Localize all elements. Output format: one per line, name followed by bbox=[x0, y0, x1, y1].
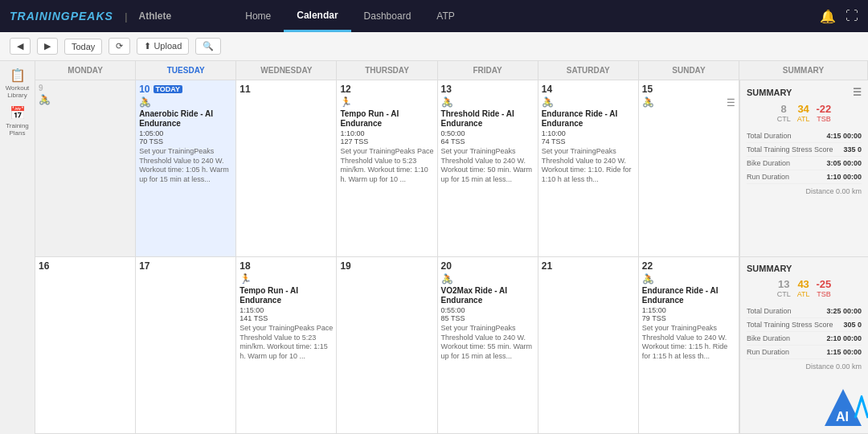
fitness-metric: 8 CTL bbox=[777, 103, 791, 123]
day-number: 13 bbox=[441, 84, 534, 95]
day-cell-10[interactable]: 10 TODAY 🚴 Anaerobic Ride - AI Endurance… bbox=[136, 80, 236, 256]
day-number: 16 bbox=[39, 260, 132, 272]
day-number: 15 bbox=[642, 84, 735, 95]
ai-badge: AI bbox=[823, 387, 863, 429]
day-number: 17 bbox=[139, 260, 232, 272]
workout-duration: 1:15:00 bbox=[240, 306, 333, 314]
athlete-label: Athlete bbox=[139, 10, 172, 22]
day-cell-9[interactable]: 9 🚴 bbox=[35, 80, 136, 256]
workout-duration: 1:15:00 bbox=[642, 306, 735, 314]
workout-icon: 🚴 bbox=[642, 273, 735, 285]
workout-icon: 🚴 bbox=[642, 96, 654, 108]
day-cell-21[interactable]: 21 bbox=[538, 257, 639, 433]
toolbar: ◀ ▶ Today ⟳ ⬆ Upload 🔍 bbox=[0, 32, 868, 61]
summary-row-run-duration: Run Duration 1:10 00:00 bbox=[747, 170, 862, 184]
summary-distance: Distance 0.00 km bbox=[747, 187, 862, 195]
header-tuesday: TUESDAY bbox=[136, 61, 236, 80]
workout-title: VO2Max Ride - AI Endurance bbox=[441, 286, 534, 305]
header-thursday: THURSDAY bbox=[337, 61, 437, 80]
nav-dashboard[interactable]: Dashboard bbox=[351, 0, 424, 32]
workout-icon: 🚴 bbox=[441, 273, 534, 285]
workout-title: Endurance Ride - AI Endurance bbox=[542, 109, 635, 129]
day-cell-13[interactable]: 13 🚴 Threshold Ride - AI Endurance 0:50:… bbox=[438, 80, 538, 256]
prev-button[interactable]: ◀ bbox=[10, 38, 31, 55]
fatigue-metric-2: 43 ATL bbox=[797, 278, 810, 298]
workout-tss: 64 TSS bbox=[441, 137, 534, 145]
workout-duration: 1:05:00 bbox=[139, 129, 232, 137]
training-plans-icon: 📅 bbox=[10, 105, 26, 121]
day-number: 12 bbox=[340, 84, 433, 95]
workout-icon: 🚴 bbox=[39, 94, 132, 105]
day-cell-19[interactable]: 19 bbox=[337, 257, 437, 433]
sidebar-training-plans[interactable]: 📅 Training Plans bbox=[0, 105, 35, 137]
day-cell-18[interactable]: 18 🏃 Tempo Run - AI Endurance 1:15:00 14… bbox=[236, 257, 337, 433]
svg-text:AI: AI bbox=[836, 410, 849, 424]
summary-menu-icon[interactable]: ☰ bbox=[853, 87, 862, 98]
refresh-button[interactable]: ⟳ bbox=[108, 38, 130, 55]
summary-metrics: 8 CTL 34 ATL -22 TSB bbox=[747, 103, 862, 123]
nav-right: 🔔 ⛶ bbox=[820, 9, 858, 24]
day-number: 14 bbox=[542, 84, 635, 95]
workout-tss: 85 TSS bbox=[441, 314, 534, 322]
summary-distance-2: Distance 0.00 km bbox=[747, 362, 862, 371]
workout-duration: 0:55:00 bbox=[441, 306, 534, 314]
day-cell-14[interactable]: 14 🚴 Endurance Ride - AI Endurance 1:10:… bbox=[538, 80, 639, 256]
workout-duration: 0:50:00 bbox=[441, 129, 534, 137]
workout-title: Threshold Ride - AI Endurance bbox=[441, 109, 534, 129]
workout-tss: 70 TSS bbox=[139, 137, 232, 145]
day-number: 9 bbox=[39, 84, 132, 92]
workout-desc: Set your TrainingPeaks Pace Threshold Va… bbox=[340, 147, 433, 185]
day-headers: MONDAY TUESDAY WEDNESDAY THURSDAY FRIDAY… bbox=[35, 61, 868, 80]
workout-icon: 🚴 bbox=[139, 96, 232, 108]
day-cell-20[interactable]: 20 🚴 VO2Max Ride - AI Endurance 0:55:00 … bbox=[438, 257, 538, 433]
upload-button[interactable]: ⬆ Upload bbox=[137, 38, 189, 55]
nav-links: Home Calendar Dashboard ATP bbox=[232, 0, 468, 32]
day-number: 11 bbox=[240, 84, 333, 95]
summary-panel-week2: SUMMARY 13 CTL 43 ATL -25 TSB bbox=[739, 257, 868, 433]
day-cell-22[interactable]: 22 🚴 Endurance Ride - AI Endurance 1:15:… bbox=[639, 257, 739, 433]
header-sunday: SUNDAY bbox=[639, 61, 739, 80]
day-cell-12[interactable]: 12 🏃 Tempo Run - AI Endurance 1:10:00 12… bbox=[337, 80, 437, 256]
logo[interactable]: TRAININGPEAKS | Athlete bbox=[10, 10, 171, 23]
workout-title: Tempo Run - AI Endurance bbox=[340, 109, 433, 129]
workout-icon: 🚴 bbox=[441, 96, 534, 108]
summary-row-tss-2: Total Training Stress Score 305 0 bbox=[747, 318, 862, 332]
today-button[interactable]: Today bbox=[64, 39, 102, 55]
day-cell-15[interactable]: 15 🚴 ☰ bbox=[639, 80, 739, 256]
expand-icon[interactable]: ⛶ bbox=[845, 9, 858, 23]
workout-desc: Set your TrainingPeaks Threshold Value t… bbox=[139, 147, 232, 185]
workout-title: Tempo Run - AI Endurance bbox=[240, 286, 333, 305]
workout-tss: 79 TSS bbox=[642, 314, 735, 322]
calendar-rows: 9 🚴 10 TODAY 🚴 Anaerobic Ride - AI Endur… bbox=[35, 80, 868, 434]
header-wednesday: WEDNESDAY bbox=[236, 61, 337, 80]
day-number-today: 10 TODAY bbox=[139, 84, 232, 95]
day-cell-17[interactable]: 17 bbox=[136, 257, 236, 433]
summary-row-bike-2: Bike Duration 2:10 00:00 bbox=[747, 332, 862, 346]
header-monday: MONDAY bbox=[35, 61, 136, 80]
summary-metrics-2: 13 CTL 43 ATL -25 TSB bbox=[747, 278, 862, 298]
day-cell-11[interactable]: 11 bbox=[236, 80, 337, 256]
day-number: 22 bbox=[642, 260, 735, 272]
day-number: 21 bbox=[542, 260, 635, 272]
nav-home[interactable]: Home bbox=[232, 0, 284, 32]
sidebar-workout-library[interactable]: 📋 Workout Library bbox=[0, 68, 35, 99]
workout-tss: 141 TSS bbox=[240, 314, 333, 322]
summary-panel-week1: SUMMARY ☰ 8 CTL 34 ATL -22 bbox=[739, 80, 868, 256]
header-saturday: SATURDAY bbox=[538, 61, 639, 80]
calendar-main: MONDAY TUESDAY WEDNESDAY THURSDAY FRIDAY… bbox=[35, 61, 868, 434]
day-number: 18 bbox=[240, 260, 333, 272]
nav-calendar[interactable]: Calendar bbox=[284, 0, 350, 32]
calendar-area: 📋 Workout Library 📅 Training Plans MONDA… bbox=[0, 61, 868, 434]
notification-icon[interactable]: 🔔 bbox=[820, 9, 836, 24]
week-row-2: 16 17 18 🏃 Tempo Run - AI Endurance 1:15… bbox=[35, 257, 868, 434]
nav-atp[interactable]: ATP bbox=[424, 0, 467, 32]
workout-title: Endurance Ride - AI Endurance bbox=[642, 286, 735, 305]
search-button[interactable]: 🔍 bbox=[195, 38, 221, 55]
workout-duration: 1:10:00 bbox=[340, 129, 433, 137]
menu-icon[interactable]: ☰ bbox=[727, 97, 735, 108]
next-button[interactable]: ▶ bbox=[37, 38, 58, 55]
workout-icon: 🚴 bbox=[542, 96, 635, 108]
day-cell-16[interactable]: 16 bbox=[35, 257, 136, 433]
week-row-1: 9 🚴 10 TODAY 🚴 Anaerobic Ride - AI Endur… bbox=[35, 80, 868, 257]
summary-row-total-duration-2: Total Duration 3:25 00:00 bbox=[747, 305, 862, 318]
